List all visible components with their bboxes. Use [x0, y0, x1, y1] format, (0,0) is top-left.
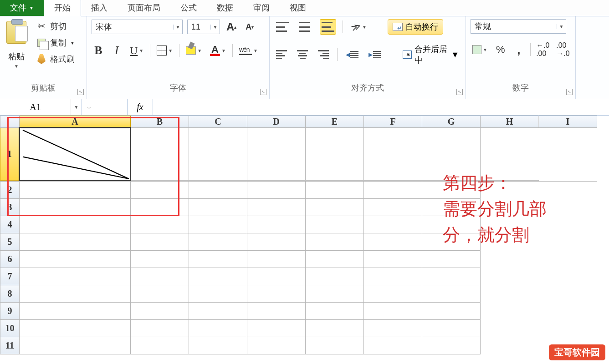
tab-home[interactable]: 开始	[44, 0, 81, 16]
cell-F3[interactable]	[364, 199, 422, 216]
cell-I1[interactable]	[539, 128, 597, 181]
col-header-C[interactable]: C	[189, 116, 247, 128]
chevron-down-icon[interactable]: ▼	[71, 99, 82, 115]
cell-D3[interactable]	[247, 199, 306, 216]
cell-C10[interactable]	[189, 320, 247, 337]
row-header-9[interactable]: 9	[0, 303, 20, 320]
cell-G8[interactable]	[422, 285, 481, 303]
cell-F2[interactable]	[364, 182, 422, 199]
cell-B9[interactable]	[131, 303, 189, 320]
cell-E1[interactable]	[306, 128, 364, 181]
name-box[interactable]: A1 ▼	[0, 99, 82, 115]
fx-icon[interactable]: fx	[128, 99, 153, 115]
cell-F7[interactable]	[364, 268, 422, 285]
underline-button[interactable]: U▼	[128, 43, 145, 58]
cell-D11[interactable]	[247, 337, 306, 354]
col-header-E[interactable]: E	[306, 116, 364, 128]
borders-button[interactable]: ▼	[155, 43, 174, 58]
copy-button[interactable]: 复制 ▼	[36, 37, 75, 48]
cell-A6[interactable]	[20, 251, 131, 268]
chevron-down-icon[interactable]: ▼	[362, 25, 367, 30]
cell-D10[interactable]	[247, 320, 306, 337]
cell-I2[interactable]	[539, 182, 597, 199]
phonetic-button[interactable]: wén▼	[237, 43, 260, 58]
cell-I10[interactable]	[539, 320, 597, 337]
cell-A11[interactable]	[20, 337, 131, 354]
cell-A1[interactable]	[20, 128, 131, 181]
cell-G10[interactable]	[422, 320, 481, 337]
cell-A5[interactable]	[20, 233, 131, 251]
cell-B3[interactable]	[131, 199, 189, 216]
cell-C2[interactable]	[189, 182, 247, 199]
row-header-5[interactable]: 5	[0, 233, 20, 251]
cell-C3[interactable]	[189, 199, 247, 216]
cell-G6[interactable]	[422, 251, 481, 268]
col-header-H[interactable]: H	[481, 116, 539, 128]
cell-B10[interactable]	[131, 320, 189, 337]
row-header-8[interactable]: 8	[0, 285, 20, 303]
dialog-launcher-icon[interactable]: ⤡	[77, 89, 84, 95]
cell-I3[interactable]	[539, 199, 597, 216]
chevron-down-icon[interactable]: ▼	[210, 25, 220, 30]
cell-H8[interactable]	[481, 285, 539, 303]
cell-H9[interactable]	[481, 303, 539, 320]
align-middle-button[interactable]	[297, 19, 313, 35]
cell-D4[interactable]	[247, 216, 306, 233]
cell-F6[interactable]	[364, 251, 422, 268]
tab-insert[interactable]: 插入	[81, 0, 118, 16]
cell-E5[interactable]	[306, 233, 364, 251]
cell-I9[interactable]	[539, 303, 597, 320]
tab-review[interactable]: 审阅	[243, 0, 280, 16]
chevron-down-icon[interactable]: ▼	[139, 48, 143, 53]
cell-F5[interactable]	[364, 233, 422, 251]
merge-center-button[interactable]: 合并后居中 ▼	[401, 43, 461, 66]
cell-B11[interactable]	[131, 337, 189, 354]
cell-D7[interactable]	[247, 268, 306, 285]
cell-C4[interactable]	[189, 216, 247, 233]
col-header-I[interactable]: I	[539, 116, 597, 128]
format-painter-button[interactable]: 格式刷	[36, 54, 75, 65]
row-header-4[interactable]: 4	[0, 216, 20, 233]
cell-C8[interactable]	[189, 285, 247, 303]
cell-D9[interactable]	[247, 303, 306, 320]
increase-decimal-button[interactable]: ←.0.00	[535, 42, 551, 57]
bold-button[interactable]: B	[92, 43, 105, 58]
col-header-D[interactable]: D	[247, 116, 306, 128]
row-header-1[interactable]: 1	[0, 128, 20, 181]
cell-E3[interactable]	[306, 199, 364, 216]
row-header-2[interactable]: 2	[0, 182, 20, 199]
tab-view[interactable]: 视图	[280, 0, 316, 16]
cell-D5[interactable]	[247, 233, 306, 251]
percent-button[interactable]: %	[494, 42, 507, 57]
accounting-format-button[interactable]: ▼	[471, 42, 489, 57]
align-top-button[interactable]	[274, 19, 291, 35]
cell-H6[interactable]	[481, 251, 539, 268]
cell-B6[interactable]	[131, 251, 189, 268]
col-header-G[interactable]: G	[422, 116, 481, 128]
align-right-button[interactable]	[316, 47, 331, 62]
cell-C7[interactable]	[189, 268, 247, 285]
row-header-7[interactable]: 7	[0, 268, 20, 285]
select-all-corner[interactable]	[0, 116, 20, 128]
align-bottom-button[interactable]	[320, 19, 336, 35]
align-left-button[interactable]	[274, 47, 289, 62]
cell-F10[interactable]	[364, 320, 422, 337]
tab-page-layout[interactable]: 页面布局	[118, 0, 170, 16]
comma-button[interactable]: ,	[512, 42, 526, 57]
cell-D2[interactable]	[247, 182, 306, 199]
grow-font-button[interactable]: A▴	[225, 19, 238, 35]
dialog-launcher-icon[interactable]: ⤡	[456, 89, 463, 95]
cell-E2[interactable]	[306, 182, 364, 199]
chevron-down-icon[interactable]: ▼	[70, 40, 75, 46]
cell-D1[interactable]	[247, 128, 306, 181]
chevron-down-icon[interactable]: ▼	[197, 48, 202, 53]
font-size-combo[interactable]: 11 ▼	[187, 20, 220, 34]
cell-I4[interactable]	[539, 216, 597, 233]
cell-D6[interactable]	[247, 251, 306, 268]
font-name-combo[interactable]: 宋体 ▼	[92, 20, 183, 34]
italic-button[interactable]: I	[110, 43, 123, 58]
row-header-3[interactable]: 3	[0, 199, 20, 216]
orientation-button[interactable]: ≫▼	[349, 19, 368, 35]
cell-B1[interactable]	[131, 128, 189, 181]
cell-G7[interactable]	[422, 268, 481, 285]
